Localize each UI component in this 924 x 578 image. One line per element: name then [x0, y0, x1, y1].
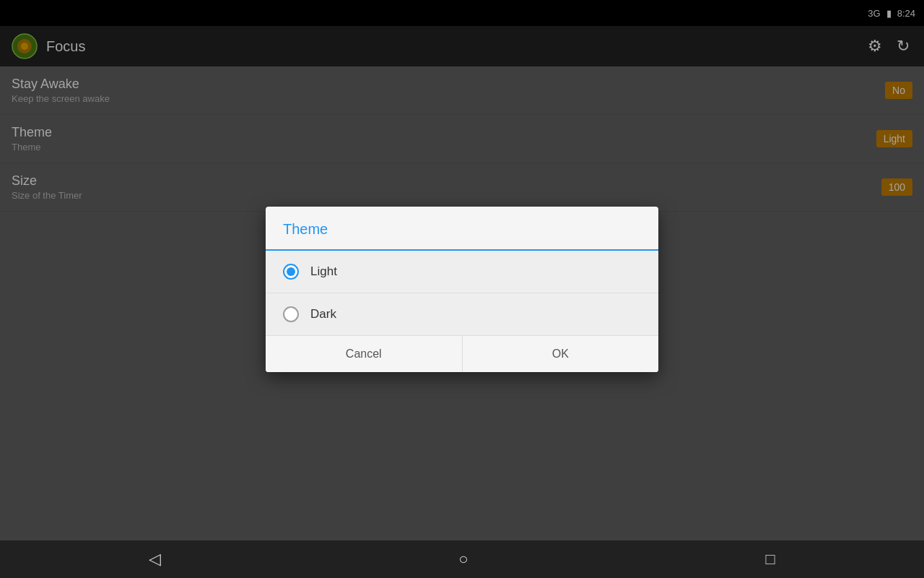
option-dark[interactable]: Dark [266, 293, 658, 335]
dialog-title: Theme [283, 221, 328, 237]
dialog-actions: Cancel OK [266, 335, 658, 372]
back-button[interactable]: ◁ [149, 550, 161, 569]
nav-bar: ◁ ○ □ [0, 540, 924, 578]
recents-button[interactable]: □ [766, 550, 775, 569]
cancel-button[interactable]: Cancel [266, 336, 463, 372]
dialog-header: Theme [266, 207, 658, 251]
radio-light[interactable] [283, 264, 299, 280]
dialog-body: Light Dark [266, 251, 658, 335]
modal-overlay: Theme Light Dark Cancel OK [0, 0, 924, 578]
option-dark-label: Dark [310, 307, 336, 322]
option-light[interactable]: Light [266, 251, 658, 293]
option-light-label: Light [310, 264, 337, 279]
home-button[interactable]: ○ [458, 550, 468, 569]
theme-dialog: Theme Light Dark Cancel OK [266, 207, 658, 372]
radio-light-inner [287, 267, 295, 276]
radio-dark[interactable] [283, 306, 299, 322]
ok-button[interactable]: OK [463, 336, 659, 372]
